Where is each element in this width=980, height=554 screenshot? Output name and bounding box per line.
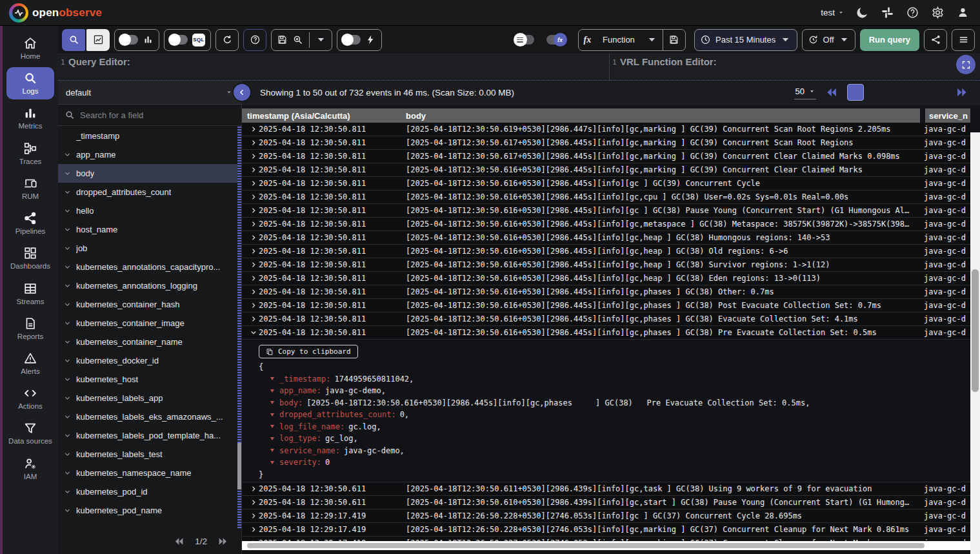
help-icon[interactable] [906, 6, 919, 19]
log-row[interactable]: 2025-04-18 12:30:50.611 [2025-04-18T12:3… [242, 482, 970, 496]
json-entry[interactable]: log_type: gc_log, [242, 433, 970, 445]
sidebar-item[interactable]: Logs [6, 67, 54, 99]
field-list-item[interactable]: kubernetes_annotations_logging [58, 276, 241, 295]
log-row[interactable]: 2025-04-18 12:30:50.811 [2025-04-18T12:3… [242, 245, 970, 258]
field-search-input[interactable] [80, 110, 235, 120]
account-icon[interactable] [956, 6, 970, 19]
field-list-item[interactable]: kubernetes_container_name [58, 333, 241, 351]
field-list-item[interactable]: dropped_attributes_count [58, 183, 241, 201]
row-expand-chevron-icon[interactable] [248, 261, 259, 269]
vrl-function-toggle[interactable]: fx [546, 35, 566, 45]
horizontal-scrollbar[interactable] [242, 541, 970, 550]
field-list-item[interactable]: hello [58, 201, 241, 220]
row-expand-chevron-icon[interactable] [248, 247, 259, 255]
row-expand-chevron-icon[interactable] [248, 498, 259, 506]
row-expand-chevron-icon[interactable] [248, 329, 259, 336]
field-list-item[interactable]: app_name [58, 145, 241, 164]
field-list-item[interactable]: kubernetes_host [58, 370, 241, 389]
log-row[interactable]: 2025-04-18 12:30:50.811 [2025-04-18T12:3… [242, 190, 970, 204]
row-expand-chevron-icon[interactable] [248, 193, 259, 201]
sidebar-item[interactable]: RUM [6, 172, 54, 205]
field-list-item[interactable]: body [58, 164, 241, 183]
organization-selector[interactable]: test [821, 8, 844, 17]
log-row[interactable]: 2025-04-18 12:30:50.811 [2025-04-18T12:3… [242, 150, 970, 163]
share-link-button[interactable] [924, 29, 947, 51]
histogram-toggle[interactable] [120, 35, 138, 45]
sidebar-item[interactable]: Reports [6, 313, 54, 345]
row-expand-chevron-icon[interactable] [248, 180, 259, 187]
sidebar-item[interactable]: Metrics [6, 102, 54, 134]
field-list-item[interactable]: kubernetes_container_image [58, 314, 241, 333]
row-expand-chevron-icon[interactable] [248, 125, 259, 133]
field-list-item[interactable]: kubernetes_labels_eks_amazonaws_... [58, 407, 241, 426]
field-list-item[interactable]: kubernetes_labels_pod_template_ha... [58, 426, 241, 445]
log-row[interactable]: 2025-04-18 12:30:50.811 [2025-04-18T12:3… [242, 163, 970, 177]
row-expand-chevron-icon[interactable] [248, 166, 259, 174]
row-expand-chevron-icon[interactable] [248, 234, 259, 241]
sidebar-item[interactable]: Home [6, 32, 54, 65]
json-entry[interactable]: dropped_attributes_count: 0, [242, 409, 970, 421]
first-page-icon[interactable] [825, 86, 838, 99]
sidebar-item[interactable]: Dashboards [6, 242, 54, 274]
field-list-item[interactable]: kubernetes_pod_name [58, 501, 241, 520]
log-row[interactable]: 2025-04-18 12:30:50.811 [2025-04-18T12:3… [242, 231, 970, 245]
sidebar-item[interactable]: IAM [6, 453, 54, 485]
sidebar-item[interactable]: Actions [6, 382, 54, 415]
field-list-item[interactable]: kubernetes_container_hash [58, 295, 241, 314]
json-entry[interactable]: _timestamp: 1744959650811042, [242, 373, 970, 385]
vrl-function-editor[interactable]: 1 VRL Function Editor: [610, 54, 980, 80]
json-entry[interactable]: log_file_name: gc.log, [242, 421, 970, 433]
sidebar-item[interactable]: Data sources [6, 417, 54, 449]
run-query-button[interactable]: Run query [860, 29, 919, 51]
log-row[interactable]: 2025-04-18 12:30:50.811 [2025-04-18T12:3… [242, 326, 970, 340]
field-list-item[interactable]: kubernetes_namespace_name [58, 464, 241, 482]
row-expand-chevron-icon[interactable] [248, 526, 259, 533]
collapse-fields-button[interactable] [232, 83, 252, 102]
auto-refresh-dropdown[interactable]: Off [802, 29, 855, 51]
slack-icon[interactable] [881, 6, 894, 19]
log-row[interactable]: 2025-04-18 12:29:17.419 [2025-04-18T12:2… [242, 523, 970, 537]
field-list-item[interactable]: kubernetes_annotations_capacitypro... [58, 258, 241, 276]
row-expand-chevron-icon[interactable] [248, 274, 259, 282]
sidebar-item[interactable]: Traces [6, 138, 54, 170]
function-dropdown[interactable]: fx Function [578, 29, 663, 51]
page-number[interactable] [847, 84, 864, 101]
vertical-scrollbar-thumb[interactable] [972, 269, 979, 392]
row-expand-chevron-icon[interactable] [248, 152, 259, 160]
fullscreen-expand-button[interactable] [956, 55, 975, 74]
settings-gear-icon[interactable] [931, 6, 945, 19]
horizontal-scrollbar-thumb[interactable] [247, 543, 925, 548]
field-list-item[interactable]: kubernetes_labels_app [58, 389, 241, 407]
page-size-select[interactable]: 50 [794, 85, 816, 99]
reset-filters-button[interactable] [215, 29, 239, 51]
json-entry[interactable]: app_name: java-gc-demo, [242, 385, 970, 397]
dark-mode-moon-icon[interactable] [855, 6, 869, 19]
saved-views-dropdown-caret-icon[interactable] [315, 34, 326, 45]
log-row[interactable]: 2025-04-18 12:30:50.811 [2025-04-18T12:3… [242, 313, 970, 326]
row-expand-chevron-icon[interactable] [248, 315, 259, 323]
save-function-button[interactable] [663, 29, 686, 51]
row-expand-chevron-icon[interactable] [248, 139, 259, 147]
histogram-mini-toggle[interactable] [515, 35, 534, 45]
log-row[interactable]: 2025-04-18 12:30:50.811 [2025-04-18T12:3… [242, 204, 970, 218]
time-range-dropdown[interactable]: Past 15 Minutes [694, 29, 797, 51]
log-row[interactable]: 2025-04-18 12:30:50.811 [2025-04-18T12:3… [242, 272, 970, 285]
sidebar-item[interactable]: Pipelines [6, 207, 54, 240]
log-row[interactable]: 2025-04-18 12:29:17.419 [2025-04-18T12:2… [242, 509, 970, 523]
stream-selector[interactable]: default [58, 81, 241, 105]
next-page-icon[interactable] [217, 536, 228, 547]
query-editor[interactable]: 1 Query Editor: [58, 54, 610, 80]
row-expand-chevron-icon[interactable] [248, 302, 259, 309]
json-entry[interactable]: body: [2025-04-18T12:30:50.616+0530][298… [242, 397, 970, 409]
more-menu-button[interactable] [952, 29, 975, 51]
json-entry[interactable]: severity: 0 [242, 457, 970, 469]
log-row[interactable]: 2025-04-18 12:30:50.811 [2025-04-18T12:3… [242, 299, 970, 313]
log-row[interactable]: 2025-04-18 12:30:50.811 [2025-04-18T12:3… [242, 218, 970, 231]
row-expand-chevron-icon[interactable] [248, 485, 259, 493]
vertical-scrollbar[interactable] [970, 132, 980, 554]
sidebar-item[interactable]: Streams [6, 278, 54, 310]
visualize-mode-button[interactable] [86, 29, 110, 51]
copy-to-clipboard-button[interactable]: Copy to clipboard [259, 345, 358, 358]
row-expand-chevron-icon[interactable] [248, 220, 259, 228]
log-row[interactable]: 2025-04-18 12:30:50.811 [2025-04-18T12:3… [242, 177, 970, 190]
